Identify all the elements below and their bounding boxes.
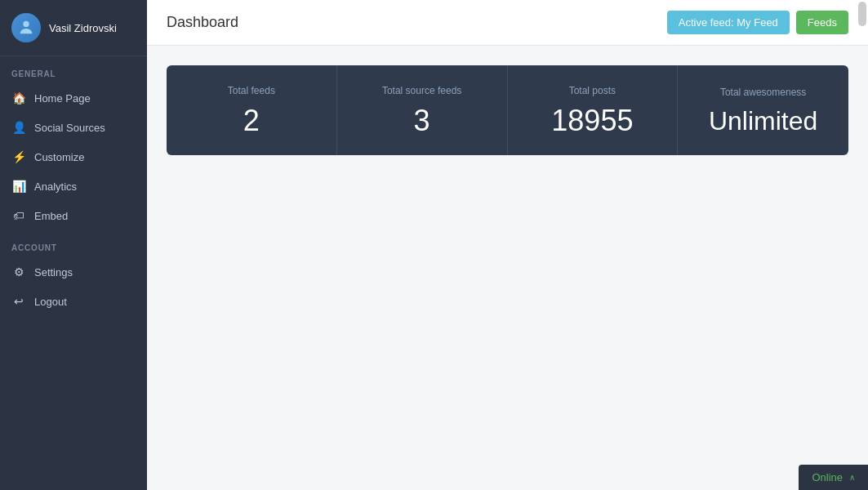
online-label: Online	[812, 471, 843, 483]
sidebar-item-social-sources[interactable]: 👤Social Sources	[0, 113, 147, 142]
sidebar: Vasil Zidrovski GENERAL🏠Home Page👤Social…	[0, 0, 147, 490]
sidebar-section-label: ACCOUNT	[0, 230, 147, 257]
stat-value: 3	[414, 106, 430, 136]
sidebar-item-embed[interactable]: 🏷Embed	[0, 201, 147, 230]
topbar-actions: Active feed: My Feed Feeds	[667, 11, 848, 34]
page-title: Dashboard	[167, 14, 238, 31]
customize-icon: ⚡	[11, 149, 26, 164]
settings-icon: ⚙	[11, 265, 26, 279]
stat-label: Total feeds	[228, 85, 275, 96]
sidebar-item-label-social-sources: Social Sources	[34, 122, 105, 134]
stat-value: 2	[243, 106, 260, 136]
svg-point-0	[23, 21, 29, 27]
chevron-icon: ∧	[849, 473, 855, 482]
sidebar-item-label-home: Home Page	[34, 92, 91, 105]
avatar	[11, 13, 41, 42]
embed-icon: 🏷	[11, 208, 26, 223]
stat-value: Unlimited	[709, 108, 817, 134]
sidebar-item-logout[interactable]: ↩Logout	[0, 287, 147, 316]
stat-card-1: Total source feeds3	[337, 65, 508, 155]
online-badge[interactable]: Online ∧	[799, 465, 868, 490]
social-sources-icon: 👤	[11, 120, 26, 135]
analytics-icon: 📊	[11, 179, 26, 194]
sidebar-item-customize[interactable]: ⚡Customize	[0, 142, 147, 172]
logout-icon: ↩	[11, 294, 26, 309]
stat-card-2: Total posts18955	[508, 65, 679, 155]
stat-label: Total source feeds	[382, 85, 461, 96]
home-icon: 🏠	[11, 91, 26, 105]
feeds-button[interactable]: Feeds	[796, 11, 848, 34]
sidebar-item-label-analytics: Analytics	[34, 180, 77, 193]
sidebar-item-label-embed: Embed	[34, 210, 68, 222]
stat-label: Total awesomeness	[720, 87, 806, 98]
stats-grid: Total feeds2Total source feeds3Total pos…	[167, 65, 848, 155]
sidebar-item-home[interactable]: 🏠Home Page	[0, 83, 147, 113]
sidebar-item-analytics[interactable]: 📊Analytics	[0, 172, 147, 201]
active-feed-button[interactable]: Active feed: My Feed	[667, 11, 790, 34]
sidebar-sections: GENERAL🏠Home Page👤Social Sources⚡Customi…	[0, 56, 147, 316]
stat-value: 18955	[551, 106, 633, 136]
stat-label: Total posts	[569, 85, 616, 96]
sidebar-user: Vasil Zidrovski	[0, 0, 147, 56]
sidebar-item-label-settings: Settings	[34, 266, 73, 278]
sidebar-item-label-customize: Customize	[34, 151, 84, 163]
sidebar-username: Vasil Zidrovski	[49, 22, 117, 34]
stats-area: Total feeds2Total source feeds3Total pos…	[147, 46, 868, 490]
sidebar-item-settings[interactable]: ⚙Settings	[0, 257, 147, 287]
main-content: Dashboard Active feed: My Feed Feeds Tot…	[147, 0, 868, 490]
sidebar-section-label: GENERAL	[0, 56, 147, 83]
sidebar-item-label-logout: Logout	[34, 296, 67, 308]
stat-card-0: Total feeds2	[167, 65, 337, 155]
stat-card-3: Total awesomenessUnlimited	[678, 65, 848, 155]
topbar: Dashboard Active feed: My Feed Feeds	[147, 0, 868, 46]
scroll-indicator	[858, 2, 866, 26]
